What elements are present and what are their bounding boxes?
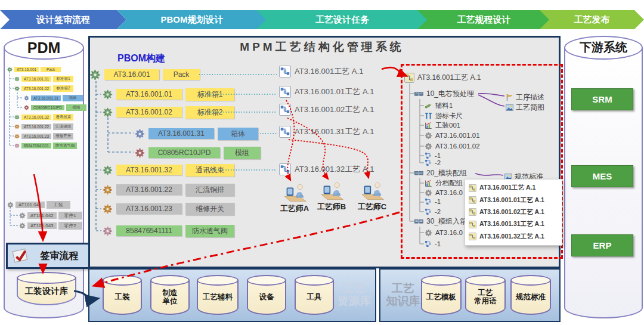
- pdm-tree-row[interactable]: AT3.16.001.23维修开关: [14, 132, 73, 140]
- routing-root[interactable]: AT3.16.001工艺 A.1: [404, 73, 481, 82]
- routing-node[interactable]: 辅料1: [425, 101, 453, 110]
- popup-item[interactable]: AT3.16.001.02工艺 A.1: [469, 208, 558, 216]
- part-name: Pack: [163, 69, 200, 80]
- routing-node[interactable]: AT3.16.0: [425, 188, 463, 197]
- pbom-row[interactable]: AT3.16.001Pack: [89, 69, 200, 81]
- banner-stage-pbom-planning[interactable]: PBOM规划设计: [117, 10, 267, 29]
- popup-item[interactable]: AT3.16.001.31工艺 A.1: [469, 220, 558, 228]
- process-item-label: AT3.16.001工艺 A.1: [295, 66, 363, 77]
- pdm-tooling-row[interactable]: AT101.043零件2: [19, 221, 82, 230]
- part-name: 标准箱2: [185, 106, 234, 119]
- engineer-icon: [318, 181, 345, 201]
- pbom-row[interactable]: AT3.16.001.31箱体: [135, 128, 258, 140]
- process-item[interactable]: AT3.16.001.32工艺 A.1: [279, 163, 374, 175]
- popup-item-label: AT3.16.001.02工艺 A.1: [479, 208, 544, 216]
- process-item[interactable]: AT3.16.001.02工艺 A.1: [279, 104, 374, 116]
- part-code: 858476541111: [21, 143, 51, 148]
- engineer-c[interactable]: 工艺师C: [353, 181, 391, 212]
- routing-node[interactable]: 游标卡尺: [425, 111, 463, 120]
- gear-icon: [425, 132, 432, 140]
- pbom-row[interactable]: 858476541111防水透气阀: [103, 225, 234, 237]
- srm-button[interactable]: SRM: [571, 88, 633, 110]
- gear-icon: [425, 189, 432, 197]
- pbom-row[interactable]: C0805RC10JPD模组: [135, 147, 261, 159]
- pdm-tooling-row[interactable]: AT101.041工装: [7, 200, 70, 209]
- banner-stage-process-publish[interactable]: 工艺发布: [540, 10, 644, 29]
- mini-flow-icon: [425, 208, 432, 215]
- part-name: 标准箱1: [185, 88, 234, 101]
- routing-node[interactable]: 分档配组: [425, 178, 463, 188]
- pdm-tree-row[interactable]: AT3.16.001.01标准箱1: [14, 75, 73, 82]
- pbom-row[interactable]: AT3.16.001.32通讯线束: [103, 164, 234, 176]
- engineer-a[interactable]: 工艺师A: [275, 182, 314, 214]
- pbom-row[interactable]: AT3.16.001.23维修开关: [103, 203, 234, 215]
- popup-item[interactable]: AT3.16.001工艺 A.1: [469, 184, 558, 192]
- db-label: 规范标准: [516, 293, 546, 301]
- node-label: AT3.16.001.02: [435, 143, 480, 150]
- routing-op-30[interactable]: 30_模组入箱: [414, 216, 467, 226]
- pdm-tree-row[interactable]: AT3.16.001.31箱体: [24, 94, 83, 101]
- process-flow-icon-yellow: [469, 233, 476, 240]
- engineer-b[interactable]: 工艺师B: [312, 181, 351, 212]
- op-sketch-anno[interactable]: 工艺简图: [506, 103, 544, 113]
- db-tooling[interactable]: 工装: [103, 280, 142, 315]
- db-tools[interactable]: 工具: [295, 280, 334, 315]
- db-process-phrases[interactable]: 工艺 常用语: [465, 280, 506, 315]
- popup-item[interactable]: AT3.16.001.01工艺 A.1: [469, 196, 558, 205]
- erp-button[interactable]: ERP: [571, 234, 633, 256]
- routing-node[interactable]: AT3.16.001.01: [425, 131, 480, 140]
- process-item-label: AT3.16.001.02工艺 A.1: [295, 104, 374, 115]
- process-item[interactable]: AT3.16.001.31工艺 A.1: [279, 126, 374, 138]
- routing-node[interactable]: -1: [425, 239, 441, 249]
- mes-button[interactable]: MES: [571, 165, 633, 187]
- approval-flow-label: 签审流程: [29, 250, 89, 262]
- tooling-design-db[interactable]: 工装设计库: [17, 278, 76, 305]
- node-label: -2: [435, 159, 441, 166]
- part-name: 汇流铜排: [185, 184, 234, 196]
- op-description-anno[interactable]: 工序描述: [506, 92, 544, 103]
- mini-flow-icon: [425, 198, 432, 205]
- part-code: AT3.16.001.01: [21, 76, 51, 82]
- engineer-icon: [281, 182, 308, 203]
- process-item[interactable]: AT3.16.001.01工艺 A.1: [279, 86, 374, 98]
- db-mfg-unit[interactable]: 制造 单位: [150, 280, 190, 315]
- process-flow-icon-yellow: [469, 196, 476, 204]
- db-aux-material[interactable]: 工艺辅料: [197, 280, 239, 315]
- part-name: 通讯线束: [53, 114, 73, 120]
- routing-node[interactable]: -1: [425, 197, 441, 206]
- routing-node[interactable]: AT3.16.001.02: [425, 141, 480, 151]
- banner-stage-design-approval[interactable]: 设计签审流程: [0, 10, 126, 29]
- part-name: Pack: [41, 67, 61, 72]
- pdm-tooling-row[interactable]: AT101.042零件1: [19, 211, 82, 219]
- db-equipment[interactable]: 设备: [247, 280, 286, 315]
- node-label: AT3.16.001.01: [435, 132, 480, 139]
- process-item-label: AT3.16.001.01工艺 A.1: [295, 86, 374, 97]
- part-name: 零件2: [58, 222, 82, 230]
- banner-stage-process-task[interactable]: 工艺设计任务: [256, 10, 428, 29]
- routing-node[interactable]: -2: [425, 158, 441, 168]
- pdm-tree-row[interactable]: AT3.16.001.02标准箱2: [14, 85, 73, 92]
- part-name: 零件1: [58, 212, 82, 219]
- popup-item[interactable]: AT3.16.001.32工艺 A.1: [469, 233, 558, 241]
- pbom-row[interactable]: AT3.16.001.01标准箱1: [103, 88, 234, 100]
- routing-node[interactable]: AT3.16.0: [425, 228, 463, 237]
- routing-node[interactable]: -2: [425, 207, 441, 216]
- pdm-tree-row[interactable]: AT3.16.001Pack: [7, 66, 61, 73]
- part-code: AT3.16.001: [14, 67, 39, 72]
- db-process-template[interactable]: 工艺模板: [421, 280, 462, 315]
- pbom-row[interactable]: AT3.16.001.02标准箱2: [103, 106, 234, 118]
- db-standards[interactable]: 规范标准: [510, 280, 551, 315]
- part-code: AT3.16.001: [104, 69, 159, 80]
- pdm-tree-row[interactable]: 858476541111防水透气阀: [14, 142, 77, 149]
- routing-op-20[interactable]: 20_模块配组: [414, 168, 467, 178]
- pdm-tree-row[interactable]: AT3.16.001.32通讯线束: [14, 113, 73, 120]
- banner-stage-process-design[interactable]: 工艺规程设计: [417, 10, 550, 29]
- routing-op-10[interactable]: 10_电芯预处理: [414, 89, 474, 98]
- pdm-tree-row[interactable]: AT3.16.001.22汇流铜排: [14, 123, 73, 130]
- pdm-tree-row[interactable]: C0805RC10JPD模组: [24, 104, 86, 111]
- process-item[interactable]: AT3.16.001工艺 A.1: [279, 66, 363, 78]
- routing-node[interactable]: 工装001: [425, 120, 460, 130]
- pbom-row[interactable]: AT3.16.001.22汇流铜排: [103, 184, 234, 196]
- process-item-label: AT3.16.001.31工艺 A.1: [295, 126, 374, 137]
- approval-flow-box[interactable]: 签审流程: [6, 243, 91, 269]
